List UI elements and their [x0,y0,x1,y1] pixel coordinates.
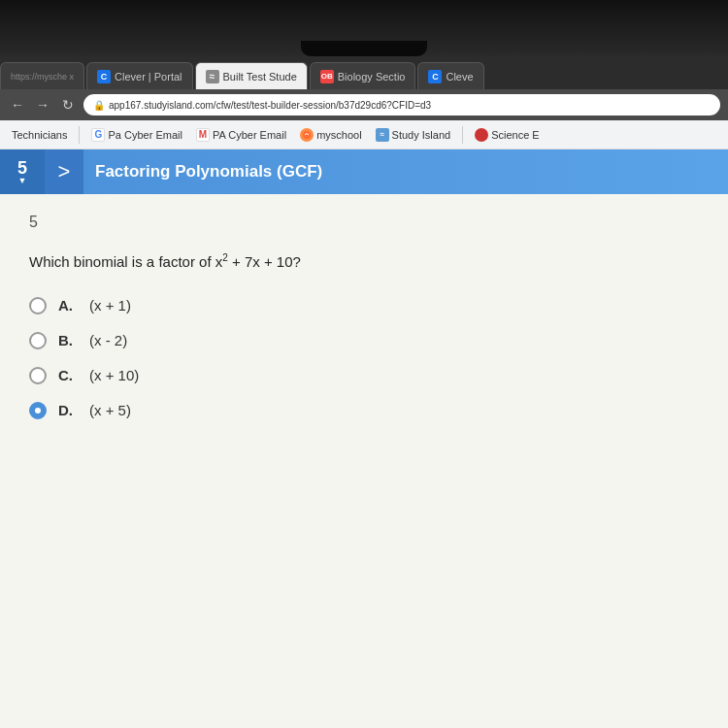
topic-title: Factoring Polynomials (GCF) [83,162,322,182]
svg-point-0 [303,131,311,139]
laptop-top [0,0,728,56]
address-field[interactable]: 🔒 app167.studyisland.com/cfw/test/test-b… [83,94,720,116]
myschool-label: myschool [316,129,361,141]
tab-clever[interactable]: C Clever | Portal [86,62,193,89]
option-c-letter: C. [58,367,78,383]
study-island-icon: ≈ [376,128,389,142]
option-d-text: (x + 5) [89,402,131,418]
option-a-letter: A. [58,297,78,314]
chevron-icon: > [58,159,71,184]
option-d[interactable]: D. (x + 5) [29,402,699,419]
option-d-letter: D. [58,402,78,418]
tab-clever2-label: Cleve [446,71,473,83]
bookmark-pa-cyber-g[interactable]: G Pa Cyber Email [87,126,185,144]
forward-button[interactable]: → [33,95,52,115]
question-text: Which binomial is a factor of x2 + 7x + … [29,250,699,274]
tab-bio-label: Biology Sectio [338,71,406,83]
science-label: Science E [491,129,540,141]
tab-bar: https://mysche x C Clever | Portal ≈ Bui… [0,56,728,89]
url-text: app167.studyisland.com/cfw/test/test-bui… [109,100,431,111]
study-island-label: Study Island [392,129,451,141]
pa-cyber-g-label: Pa Cyber Email [108,129,182,141]
separator-2 [462,126,463,144]
laptop-notch [301,41,427,56]
badge-number: 5 [17,159,27,177]
question-area: 5 Which binomial is a factor of x2 + 7x … [0,194,728,728]
separator-1 [79,126,80,144]
question-number: 5 [29,214,699,231]
tab-mysc[interactable]: https://mysche x [0,62,84,89]
radio-d[interactable] [29,402,47,419]
si-header: 5 ▼ > Factoring Polynomials (GCF) [0,149,728,194]
option-b-letter: B. [58,332,78,348]
reload-button[interactable]: ↻ [58,95,78,115]
google-icon: G [91,128,105,142]
bookmark-myschool[interactable]: myschool [296,126,365,144]
option-c[interactable]: C. (x + 10) [29,367,699,384]
option-b[interactable]: B. (x - 2) [29,332,699,349]
bookmark-technicians[interactable]: Technicians [8,127,71,143]
option-a-text: (x + 1) [89,297,131,314]
radio-a[interactable] [29,297,47,314]
pa-cyber-m-label: PA Cyber Email [213,129,286,141]
option-b-text: (x - 2) [89,332,127,348]
clever2-icon: C [428,70,442,83]
badge-sub: ▼ [18,177,27,185]
radio-b[interactable] [29,332,47,349]
tab-clever2[interactable]: C Cleve [417,62,483,89]
myschool-icon [300,128,314,142]
lock-icon: 🔒 [93,100,105,111]
built-icon: ≈ [206,70,219,83]
question-badge: 5 ▼ [0,149,45,194]
bio-icon: OB [320,70,334,83]
bookmark-science[interactable]: Science E [471,126,544,144]
clever-icon: C [97,70,111,83]
tab-built[interactable]: ≈ Built Test Stude [195,62,308,89]
tab-built-label: Built Test Stude [223,71,297,83]
technicians-label: Technicians [12,129,67,141]
option-c-text: (x + 10) [89,367,139,383]
next-button[interactable]: > [45,149,83,194]
bookmarks-bar: Technicians G Pa Cyber Email M PA Cyber … [0,120,728,149]
mail-icon: M [196,128,210,142]
bookmark-pa-cyber-m[interactable]: M PA Cyber Email [192,126,290,144]
science-icon [475,128,488,142]
radio-c[interactable] [29,367,47,384]
browser-window: https://mysche x C Clever | Portal ≈ Bui… [0,56,728,728]
tab-clever-label: Clever | Portal [115,71,182,83]
back-button[interactable]: ← [8,95,27,115]
main-content: 5 ▼ > Factoring Polynomials (GCF) 5 Whic… [0,149,728,728]
tab-icon-mysc: https://mysche x [11,72,74,82]
address-bar: ← → ↻ 🔒 app167.studyisland.com/cfw/test/… [0,89,728,120]
bookmark-study-island[interactable]: ≈ Study Island [372,126,455,144]
tab-bio[interactable]: OB Biology Sectio [310,62,416,89]
option-a[interactable]: A. (x + 1) [29,297,699,314]
